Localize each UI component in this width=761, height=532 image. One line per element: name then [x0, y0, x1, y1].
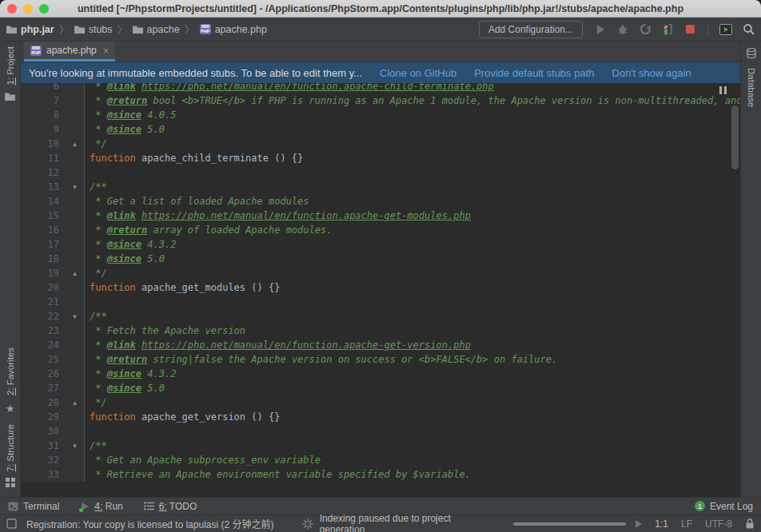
resume-indexing-button[interactable]	[635, 520, 642, 528]
code-line[interactable]: 15 * @link https://php.net/manual/en/fun…	[21, 208, 740, 223]
line-number[interactable]: 26	[21, 367, 66, 381]
line-number[interactable]: 24	[21, 338, 66, 352]
run-button[interactable]	[594, 23, 607, 36]
line-separator[interactable]: LF	[681, 518, 692, 530]
line-number[interactable]: 33	[21, 467, 66, 482]
line-number[interactable]: 27	[21, 381, 66, 395]
code-line[interactable]: 17 * @since 4.3.2	[21, 237, 740, 252]
stop-button[interactable]	[683, 23, 696, 36]
line-number[interactable]: 25	[21, 352, 66, 367]
search-everywhere-button[interactable]	[742, 23, 755, 36]
code-line[interactable]: 16 * @return array of loaded Apache modu…	[21, 223, 740, 237]
sidebar-item-project[interactable]: 1: Project	[6, 42, 15, 90]
star-icon[interactable]: ★	[6, 403, 15, 415]
run-anything-button[interactable]	[719, 23, 732, 36]
line-number[interactable]: 11	[21, 151, 66, 165]
line-number[interactable]: 13	[21, 180, 66, 194]
database-icon[interactable]	[747, 48, 756, 58]
close-tab-icon[interactable]: ×	[103, 45, 110, 57]
line-number[interactable]: 15	[21, 208, 66, 223]
toolwindow-event-log[interactable]: 1 Event Log	[695, 501, 753, 512]
line-number[interactable]: 29	[21, 410, 66, 424]
sidebar-item-structure[interactable]: 7: Structure	[6, 419, 15, 476]
fold-marker-icon[interactable]: ▾	[66, 309, 85, 324]
code-line[interactable]: 19▴ */	[21, 266, 740, 280]
toolwindow-todo[interactable]: 6: TODO	[144, 501, 197, 512]
code-line[interactable]: 28▴ */	[21, 395, 740, 410]
code-line[interactable]: 32 * Get an Apache subprocess_env variab…	[21, 453, 740, 467]
line-number[interactable]: 10	[21, 137, 66, 151]
fold-marker-icon[interactable]: ▾	[66, 180, 85, 194]
line-number[interactable]: 14	[21, 194, 66, 208]
fold-marker-icon[interactable]: ▴	[66, 395, 85, 410]
code-line[interactable]: 20function apache_get_modules () {}	[21, 280, 740, 295]
line-number[interactable]: 28	[21, 395, 66, 410]
toolwindow-terminal[interactable]: Terminal	[8, 501, 59, 512]
add-configuration-button[interactable]: Add Configuration...	[479, 21, 583, 38]
line-number[interactable]: 6	[21, 83, 66, 93]
code-line[interactable]: 18 * @since 5.0	[21, 252, 740, 266]
breadcrumb-item-php-jar[interactable]: php.jar	[6, 24, 54, 35]
dont-show-again-link[interactable]: Don't show again	[612, 67, 691, 79]
breadcrumb-item-apache-php[interactable]: PHP apache.php	[200, 24, 267, 35]
line-number[interactable]: 19	[21, 266, 66, 280]
code-line[interactable]: 23 * Fetch the Apache version	[21, 324, 740, 338]
clone-on-github-link[interactable]: Clone on GitHub	[380, 67, 456, 79]
line-number[interactable]: 8	[21, 108, 66, 122]
profiler-button[interactable]	[661, 23, 674, 36]
line-number[interactable]: 21	[21, 295, 66, 309]
code-line[interactable]: 11function apache_child_terminate () {}	[21, 151, 740, 165]
code-line[interactable]: 13▾/**	[21, 180, 740, 194]
code-line[interactable]: 22▾/**	[21, 309, 740, 324]
project-folder-icon[interactable]	[5, 92, 15, 101]
fold-marker-icon[interactable]: ▾	[66, 439, 85, 453]
structure-icon[interactable]	[6, 478, 15, 487]
code-line[interactable]: 14 * Get a list of loaded Apache modules	[21, 194, 740, 208]
code-line[interactable]: 9 * @since 5.0	[21, 122, 740, 137]
breadcrumb-item-stubs[interactable]: stubs	[74, 24, 113, 35]
code-line[interactable]: 12	[21, 165, 740, 180]
code-line[interactable]: 30	[21, 424, 740, 439]
provide-default-stubs-path-link[interactable]: Provide default stubs path	[474, 67, 594, 79]
toolwindow-run[interactable]: 4: Run	[80, 501, 122, 512]
fold-marker-icon[interactable]: ▴	[66, 266, 85, 280]
breadcrumb-item-apache[interactable]: apache	[133, 24, 180, 35]
indexing-status[interactable]: Indexing paused due to project generatio…	[320, 513, 488, 532]
line-number[interactable]: 17	[21, 237, 66, 252]
line-number[interactable]: 31	[21, 439, 66, 453]
debug-button[interactable]	[616, 23, 629, 36]
caret-position[interactable]: 1:1	[655, 518, 668, 530]
line-number[interactable]: 12	[21, 165, 66, 180]
code-line[interactable]: 33 * Retrieve an Apache environment vari…	[21, 467, 740, 482]
sidebar-item-database[interactable]: Database	[747, 63, 756, 112]
code-editor[interactable]: 6 * @link https://php.net/manual/en/func…	[21, 83, 740, 497]
line-number[interactable]: 30	[21, 424, 66, 439]
line-number[interactable]: 22	[21, 309, 66, 324]
file-encoding[interactable]: UTF-8	[705, 518, 732, 530]
editor-scrollbar[interactable]	[731, 105, 739, 169]
code-line[interactable]: 10▴ */	[21, 137, 740, 151]
sidebar-item-favorites[interactable]: 2: Favorites	[6, 343, 15, 400]
indexing-paused-icon[interactable]	[719, 86, 729, 94]
code-line[interactable]: 27 * @since 5.0	[21, 381, 740, 395]
code-line[interactable]: 24 * @link https://php.net/manual/en/fun…	[21, 338, 740, 352]
code-line[interactable]: 7 * @return bool <b>TRUE</b> if PHP is r…	[21, 93, 740, 108]
line-number[interactable]: 9	[21, 122, 66, 137]
line-number[interactable]: 7	[21, 93, 66, 108]
registration-message[interactable]: Registration: Your copy is licensed to l…	[26, 517, 273, 530]
lock-icon[interactable]	[745, 518, 755, 529]
line-number[interactable]: 18	[21, 252, 66, 266]
code-line[interactable]: 8 * @since 4.0.5	[21, 108, 740, 122]
code-line[interactable]: 26 * @since 4.3.2	[21, 367, 740, 381]
coverage-button[interactable]	[639, 23, 651, 36]
code-line[interactable]: 31▾/**	[21, 439, 740, 453]
code-line[interactable]: 25 * @return string|false the Apache ver…	[21, 352, 740, 367]
code-line[interactable]: 29function apache_get_version () {}	[21, 410, 740, 424]
line-number[interactable]: 32	[21, 453, 66, 467]
code-line[interactable]: 6 * @link https://php.net/manual/en/func…	[21, 83, 740, 93]
line-number[interactable]: 16	[21, 223, 66, 237]
line-number[interactable]: 23	[21, 324, 66, 338]
code-line[interactable]: 21	[21, 295, 740, 309]
toolwindow-toggle-icon[interactable]	[6, 518, 17, 529]
fold-marker-icon[interactable]: ▴	[66, 137, 85, 151]
